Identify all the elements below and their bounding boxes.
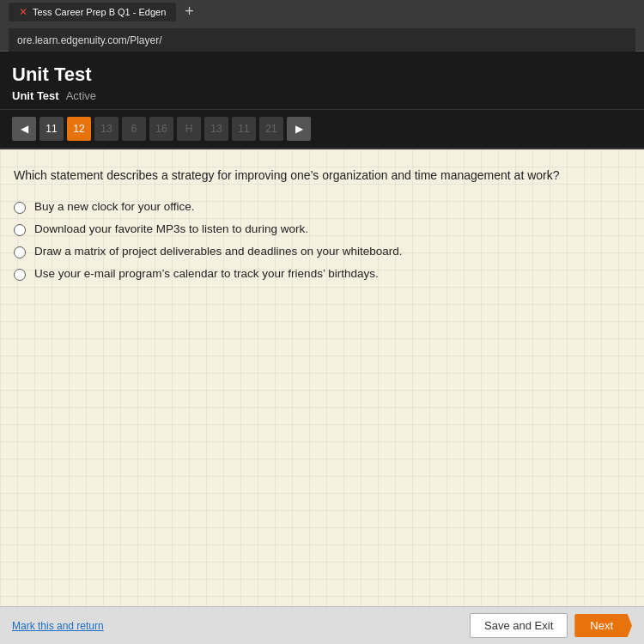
save-exit-button[interactable]: Save and Exit bbox=[470, 613, 568, 638]
nav-button-6[interactable]: 6 bbox=[122, 117, 146, 141]
next-button[interactable]: Next bbox=[574, 614, 632, 637]
nav-button-13a[interactable]: 13 bbox=[94, 117, 118, 141]
option-c-text: Draw a matrix of project deliverables an… bbox=[34, 245, 402, 258]
answer-options: Buy a new clock for your office. Downloa… bbox=[14, 200, 630, 281]
question-text: Which statement describes a strategy for… bbox=[14, 167, 630, 185]
radio-b[interactable] bbox=[14, 224, 26, 236]
address-bar[interactable]: ore.learn.edgenuity.com/Player/ bbox=[9, 28, 635, 52]
browser-chrome: ✕ Tess Career Prep B Q1 - Edgen + ore.le… bbox=[0, 0, 644, 52]
breadcrumb-item: Unit Test bbox=[12, 89, 59, 102]
radio-a[interactable] bbox=[14, 202, 26, 214]
nav-button-21[interactable]: 21 bbox=[259, 117, 283, 141]
active-tab[interactable]: ✕ Tess Career Prep B Q1 - Edgen bbox=[9, 3, 176, 21]
radio-d[interactable] bbox=[14, 269, 26, 281]
option-c[interactable]: Draw a matrix of project deliverables an… bbox=[14, 245, 630, 258]
option-d[interactable]: Use your e-mail program’s calendar to tr… bbox=[14, 267, 630, 281]
nav-button-11b[interactable]: 11 bbox=[232, 117, 256, 141]
breadcrumb-status: Active bbox=[66, 89, 96, 102]
tab-bar: ✕ Tess Career Prep B Q1 - Edgen + bbox=[9, 0, 635, 25]
option-b[interactable]: Download your favorite MP3s to listen to… bbox=[14, 222, 630, 236]
tab-label: Tess Career Prep B Q1 - Edgen bbox=[33, 7, 166, 17]
address-text: ore.learn.edgenuity.com/Player/ bbox=[17, 34, 162, 46]
next-nav-button[interactable]: ▶ bbox=[287, 117, 311, 141]
tab-close-icon: ✕ bbox=[19, 6, 27, 18]
radio-c[interactable] bbox=[14, 246, 26, 258]
nav-button-h[interactable]: H bbox=[177, 117, 201, 141]
nav-button-16[interactable]: 16 bbox=[149, 117, 173, 141]
option-b-text: Download your favorite MP3s to listen to… bbox=[34, 222, 308, 235]
nav-button-13b[interactable]: 13 bbox=[204, 117, 228, 141]
footer-right: Save and Exit Next bbox=[470, 613, 632, 638]
mark-return-link[interactable]: Mark this and return bbox=[12, 620, 104, 632]
option-d-text: Use your e-mail program’s calendar to tr… bbox=[34, 267, 379, 280]
page-title: Unit Test bbox=[12, 64, 632, 86]
page-header: Unit Test Unit Test Active bbox=[0, 52, 644, 110]
new-tab-button[interactable]: + bbox=[178, 3, 201, 21]
question-area: Which statement describes a strategy for… bbox=[0, 149, 644, 606]
option-a[interactable]: Buy a new clock for your office. bbox=[14, 200, 630, 214]
nav-button-11[interactable]: 11 bbox=[39, 117, 64, 141]
option-a-text: Buy a new clock for your office. bbox=[34, 200, 195, 213]
nav-button-12[interactable]: 12 bbox=[67, 117, 91, 141]
footer: Mark this and return Save and Exit Next bbox=[0, 606, 644, 644]
prev-nav-button[interactable]: ◀ bbox=[12, 117, 36, 141]
nav-bar: ◀ 11 12 13 6 16 H 13 11 21 ▶ bbox=[0, 110, 644, 149]
breadcrumb: Unit Test Active bbox=[12, 89, 632, 102]
page-content: Unit Test Unit Test Active ◀ 11 12 13 6 … bbox=[0, 52, 644, 644]
